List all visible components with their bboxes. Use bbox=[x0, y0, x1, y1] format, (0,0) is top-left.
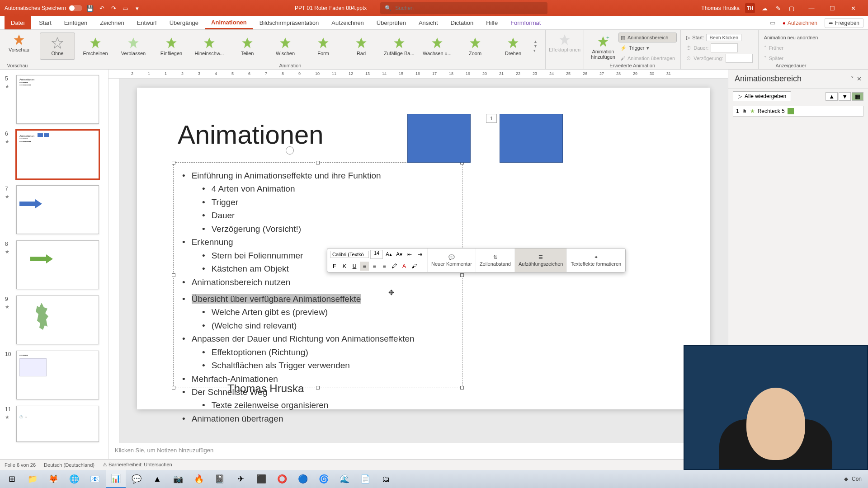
more-icon[interactable]: ▾ bbox=[133, 4, 141, 12]
bullet[interactable]: Anpassen der Dauer und Richtung von Anim… bbox=[182, 332, 415, 345]
collapse-icon[interactable]: ˅ bbox=[851, 75, 854, 82]
bullet[interactable]: Welche Arten gibt es (preview) bbox=[182, 305, 415, 319]
redo-icon[interactable]: ↷ bbox=[109, 4, 118, 12]
anim-floatin[interactable]: Hineinschw... bbox=[192, 33, 227, 60]
edge-icon[interactable]: 🌊 bbox=[335, 470, 354, 488]
accessibility[interactable]: ⚠ Barrierefreiheit: Untersuchen bbox=[103, 462, 172, 468]
font-color-icon[interactable]: A bbox=[400, 262, 409, 271]
thumb-7[interactable]: 7★ bbox=[16, 185, 99, 234]
tab-shapeformat[interactable]: Formformat bbox=[504, 16, 547, 29]
anim-zoom[interactable]: Zoom bbox=[458, 33, 493, 60]
decrease-indent-icon[interactable]: ⇤ bbox=[405, 250, 414, 259]
bullet[interactable]: Texte zeilenweise organisieren bbox=[182, 399, 415, 412]
app-icon[interactable]: 🔵 bbox=[293, 470, 313, 488]
font-size[interactable]: 14 bbox=[370, 250, 383, 259]
search-input[interactable] bbox=[395, 5, 543, 11]
slide-counter[interactable]: Folie 6 von 26 bbox=[5, 462, 36, 468]
rotate-handle[interactable] bbox=[286, 146, 294, 155]
animation-gallery[interactable]: Ohne Erscheinen Verblassen Einfliegen Hi… bbox=[39, 32, 542, 61]
bullets-button[interactable]: ☰Aufzählungszeichen bbox=[515, 249, 567, 272]
tab-draw[interactable]: Zeichnen bbox=[94, 16, 130, 29]
anim-tag-1[interactable]: 1 bbox=[486, 114, 497, 123]
later-button[interactable]: ˅ Später bbox=[762, 53, 820, 63]
bold-icon[interactable]: F bbox=[330, 262, 339, 271]
save-icon[interactable]: 💾 bbox=[86, 4, 94, 12]
bullet[interactable]: Animationen übertragen bbox=[182, 412, 415, 425]
tab-review[interactable]: Überprüfen bbox=[370, 16, 412, 29]
telegram-icon[interactable]: ✈ bbox=[231, 470, 250, 488]
move-down-icon[interactable]: ▼ bbox=[839, 92, 851, 101]
thumb-10[interactable]: 10 ▪▪▪▪▪▪▪▪▪ bbox=[16, 351, 99, 399]
thumbnail-panel[interactable]: 5★ Animationen▪▪▪▪▪▪▪▪▪▪▪▪▪▪▪▪▪▪▪▪▪ 6★ A… bbox=[0, 70, 108, 459]
thumb-9[interactable]: 9★ bbox=[16, 296, 99, 344]
anim-grow[interactable]: Wachsen u... bbox=[420, 33, 455, 60]
bullet[interactable]: 4 Arten von Animation bbox=[182, 182, 415, 195]
highlight-icon[interactable]: 🖍 bbox=[390, 262, 399, 271]
onenote-icon[interactable]: 📓 bbox=[210, 470, 230, 488]
bullet[interactable]: (Welche sind relevant) bbox=[182, 319, 415, 332]
app-icon[interactable]: 💬 bbox=[127, 470, 146, 488]
anim-shape[interactable]: Form bbox=[306, 33, 341, 60]
window-icon[interactable]: ▢ bbox=[788, 4, 796, 12]
tab-slideshow[interactable]: Bildschirmpräsentation bbox=[253, 16, 326, 29]
increase-indent-icon[interactable]: ⇥ bbox=[415, 250, 425, 259]
tab-insert[interactable]: Einfügen bbox=[58, 16, 94, 29]
play-all-button[interactable]: ▷Alle wiedergeben bbox=[733, 91, 791, 101]
add-animation-button[interactable]: + Animation hinzufügen bbox=[588, 32, 618, 63]
earlier-button[interactable]: ˄ Früher bbox=[762, 43, 820, 53]
align-right-icon[interactable]: ≡ bbox=[380, 262, 389, 271]
chrome-icon[interactable]: 🌐 bbox=[64, 470, 84, 488]
new-comment-button[interactable]: 💬Neuer Kommentar bbox=[428, 249, 476, 272]
start-row[interactable]: ▷ Start: Beim Klicken bbox=[684, 33, 754, 42]
blue-rect-2[interactable] bbox=[500, 114, 563, 163]
duration-row[interactable]: ⏱ Dauer: bbox=[684, 43, 754, 53]
bullet-highlighted[interactable]: Übersicht über verfügbare Animationseffe… bbox=[182, 292, 415, 305]
animation-pane-button[interactable]: ▤ Animationsbereich bbox=[618, 33, 677, 42]
bullet[interactable]: Schaltflächen als Trigger verwenden bbox=[182, 359, 415, 372]
bullet[interactable]: Animationsbereich nutzen bbox=[182, 276, 415, 289]
bullet[interactable]: Einführung in Animationseffekte und ihre… bbox=[182, 169, 415, 182]
language[interactable]: Deutsch (Deutschland) bbox=[44, 462, 94, 468]
format-painter-icon[interactable]: 🖌 bbox=[410, 262, 419, 271]
tab-view[interactable]: Ansicht bbox=[412, 16, 444, 29]
powerpoint-icon[interactable]: 📊 bbox=[106, 470, 126, 488]
collapse-ribbon-icon[interactable]: ▭ bbox=[770, 19, 775, 26]
tab-help[interactable]: Hilfe bbox=[480, 16, 504, 29]
font-select[interactable]: Calibri (Textkö bbox=[330, 251, 369, 258]
tab-start[interactable]: Start bbox=[33, 16, 57, 29]
copy-animation-button[interactable]: 🖌 Animation übertragen bbox=[618, 53, 677, 63]
move-up-icon[interactable]: ▲ bbox=[826, 92, 838, 101]
align-center-icon[interactable]: ≡ bbox=[370, 262, 379, 271]
present-icon[interactable]: ▭ bbox=[121, 4, 129, 12]
anim-randombars[interactable]: Zufällige Ba... bbox=[382, 33, 417, 60]
slide[interactable]: Animationen bbox=[137, 88, 710, 409]
close-button[interactable]: ✕ bbox=[843, 0, 863, 16]
record-button[interactable]: ●Aufzeichnen bbox=[779, 19, 821, 28]
increase-font-icon[interactable]: A▴ bbox=[384, 250, 393, 259]
tab-file[interactable]: Datei bbox=[5, 16, 31, 29]
maximize-button[interactable]: ☐ bbox=[822, 0, 843, 16]
bullet[interactable]: Verzögerung (Vorsicht!) bbox=[182, 222, 415, 235]
anim-split[interactable]: Teilen bbox=[230, 33, 265, 60]
close-pane-icon[interactable]: ✕ bbox=[857, 75, 862, 82]
autosave-toggle[interactable]: Automatisches Speichern bbox=[5, 5, 82, 11]
app-icon[interactable]: 📄 bbox=[355, 470, 375, 488]
thumb-5[interactable]: 5★ Animationen▪▪▪▪▪▪▪▪▪▪▪▪▪▪▪▪▪▪▪▪▪ bbox=[16, 75, 99, 124]
tray-icon[interactable]: ◆ bbox=[844, 476, 848, 482]
blue-rect-1[interactable] bbox=[407, 114, 471, 163]
thumb-11[interactable]: 11★ 🕐 ♡ bbox=[16, 406, 99, 442]
anim-entry[interactable]: 1 🖱 ★ Rechteck 5 bbox=[733, 106, 863, 117]
anim-fade[interactable]: Verblassen bbox=[116, 33, 151, 60]
share-button[interactable]: ➦Freigeben bbox=[825, 18, 863, 28]
decrease-font-icon[interactable]: A▾ bbox=[395, 250, 404, 259]
bullet[interactable]: Erkennung bbox=[182, 235, 415, 249]
bullet[interactable]: Dauer bbox=[182, 209, 415, 222]
bullet[interactable]: Effektoptionen (Richtung) bbox=[182, 346, 415, 359]
tab-transitions[interactable]: Übergänge bbox=[163, 16, 205, 29]
tab-dictation[interactable]: Dictation bbox=[444, 16, 480, 29]
app-icon[interactable]: 📷 bbox=[168, 470, 188, 488]
start-icon[interactable]: ⊞ bbox=[2, 470, 22, 488]
app-icon[interactable]: 🔥 bbox=[189, 470, 209, 488]
bullet[interactable]: Trigger bbox=[182, 196, 415, 209]
app-icon[interactable]: 🌀 bbox=[314, 470, 334, 488]
